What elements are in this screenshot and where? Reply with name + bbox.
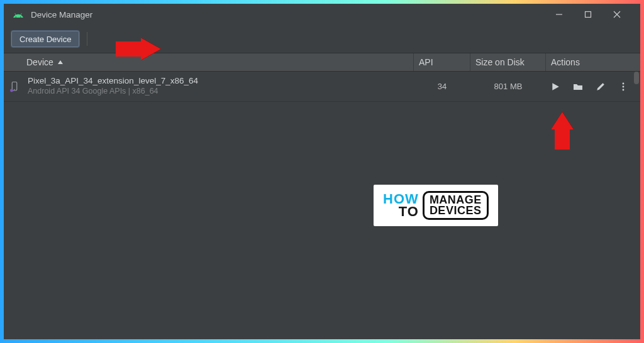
minimize-button[interactable] — [545, 4, 574, 25]
more-icon[interactable] — [618, 81, 629, 92]
header-api-label: API — [419, 57, 433, 67]
device-size: 801 MB — [470, 82, 546, 91]
edit-icon[interactable] — [595, 81, 606, 92]
table-header: Device API Size on Disk Actions — [4, 53, 640, 72]
toolbar: Create Device — [4, 25, 640, 53]
folder-icon[interactable] — [572, 81, 584, 92]
header-actions: Actions — [546, 53, 640, 71]
header-actions-label: Actions — [551, 57, 580, 67]
svg-point-6 — [10, 89, 13, 92]
device-icon — [9, 81, 20, 92]
svg-rect-1 — [586, 12, 591, 18]
android-icon — [13, 10, 24, 19]
maximize-button[interactable] — [574, 4, 602, 25]
device-manager-window: Device Manager Create Device Device — [4, 4, 640, 339]
header-size[interactable]: Size on Disk — [470, 53, 546, 71]
play-icon[interactable] — [550, 81, 561, 92]
table-row[interactable]: Pixel_3a_API_34_extension_level_7_x86_64… — [4, 72, 640, 102]
device-subtitle: Android API 34 Google APIs | x86_64 — [28, 87, 198, 97]
watermark-to: TO — [399, 205, 419, 218]
header-size-label: Size on Disk — [475, 57, 525, 67]
device-name: Pixel_3a_API_34_extension_level_7_x86_64 — [28, 76, 198, 87]
header-api[interactable]: API — [414, 53, 470, 71]
vertical-scrollbar[interactable] — [634, 72, 639, 84]
create-device-label: Create Device — [19, 35, 71, 44]
svg-point-8 — [623, 85, 625, 87]
svg-point-7 — [623, 82, 625, 84]
header-device[interactable]: Device — [4, 53, 414, 71]
watermark-logo: HOW TO MANAGE DEVICES — [374, 185, 498, 226]
header-device-label: Device — [26, 57, 53, 67]
window-title: Device Manager — [31, 10, 92, 19]
window-controls — [545, 4, 631, 25]
watermark-devices: DEVICES — [430, 205, 482, 216]
toolbar-separator — [87, 32, 87, 46]
device-table-body: Pixel_3a_API_34_extension_level_7_x86_64… — [4, 72, 640, 339]
svg-point-5 — [14, 89, 15, 90]
create-device-button[interactable]: Create Device — [11, 31, 79, 47]
sort-asc-icon — [57, 57, 64, 67]
title-bar: Device Manager — [4, 4, 640, 25]
device-api: 34 — [414, 82, 470, 91]
svg-point-9 — [623, 89, 625, 90]
close-button[interactable] — [602, 4, 631, 25]
